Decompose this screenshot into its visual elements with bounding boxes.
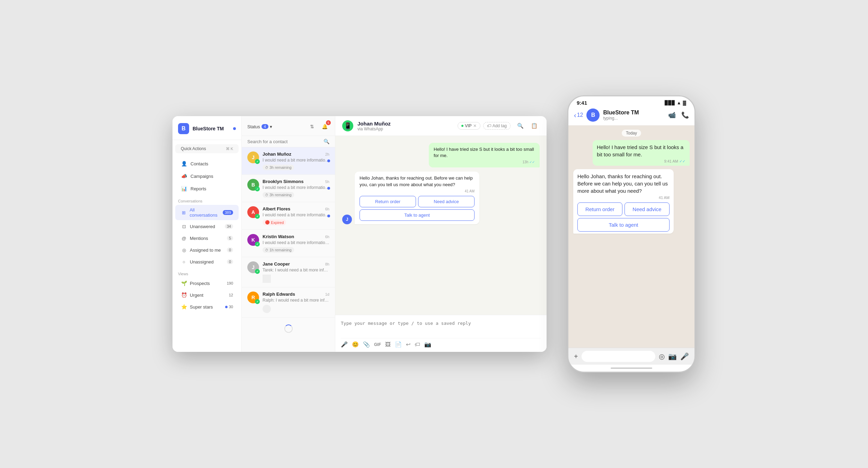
phone-return-order-button[interactable]: Return order	[577, 202, 622, 216]
conv-time-kristin: 6h	[325, 235, 329, 239]
conv-entry-johan[interactable]: J ✓ Johan Muñoz 2h I would need a bit mo…	[242, 147, 335, 175]
sidebar-item-assigned-to-me[interactable]: ◎ Assigned to me 0	[175, 244, 239, 255]
status-filter[interactable]: Status 4 ▾	[247, 124, 272, 129]
whatsapp-badge-albert: ✓	[255, 214, 260, 219]
phone-brand-name: BlueStore TM	[603, 110, 665, 116]
msg-time-out-1: 13h ✓✓	[434, 160, 535, 164]
chat-tags: VIP ✕ 🏷 Add tag	[458, 122, 511, 130]
camera-icon[interactable]: 📷	[424, 341, 431, 348]
sidebar-item-all-conversations[interactable]: ⊞ All conversations 389	[175, 205, 239, 220]
msg-time-in-1: 41 AM	[360, 189, 475, 193]
search-input[interactable]	[247, 139, 321, 144]
sidebar-item-prospects[interactable]: 🌱 Prospects 190	[175, 278, 239, 289]
gif-icon[interactable]: GIF	[374, 342, 381, 347]
unanswered-label: Unanswered	[190, 224, 215, 229]
sidebar-item-mentions[interactable]: @ Mentions 5	[175, 233, 239, 244]
phone-wrapper: 9:41 ▉▉▉ ▲ ▓ ‹ 12 B BlueStore TM typing.…	[567, 95, 696, 373]
phone-home-indicator	[611, 367, 652, 369]
image-icon[interactable]: 🖼	[385, 341, 391, 348]
conv-entry-ralph[interactable]: R ✓ Ralph Edwards 1d Ralph: I would need…	[242, 287, 335, 318]
phone-need-advice-button[interactable]: Need advice	[625, 202, 670, 216]
sidebar-item-unanswered[interactable]: ⊡ Unanswered 34	[175, 221, 239, 232]
brand-header: B BlueStore TM	[172, 123, 241, 140]
avatar-jane: J ✓	[247, 261, 259, 273]
phone-message-input[interactable]	[582, 351, 655, 362]
sidebar-item-unassigned[interactable]: ○ Unassigned 0	[175, 256, 239, 267]
phone-camera-icon[interactable]: 📷	[668, 352, 677, 361]
phone-call-icon[interactable]: 📞	[681, 111, 689, 119]
msg-text-out-1: Hello! I have tried size S but it looks …	[434, 146, 535, 159]
phone-date-label: Today	[622, 130, 641, 137]
conv-msg-jane: Tarek: I would need a bit more informati…	[263, 268, 329, 272]
chat-input-area: 🎤 😊 📎 GIF 🖼 📄 ↩ 🏷 📷	[335, 315, 547, 352]
vip-label: VIP	[465, 123, 471, 128]
sidebar-item-campaigns-label: Campaigns	[191, 174, 213, 179]
sidebar-item-reports-label: Reports	[191, 186, 206, 191]
chat-input-toolbar: 🎤 😊 📎 GIF 🖼 📄 ↩ 🏷 📷	[341, 338, 541, 348]
phone-microphone-icon[interactable]: 🎤	[680, 352, 689, 361]
attach-icon[interactable]: 📎	[363, 341, 370, 348]
phone-talk-to-agent-button[interactable]: Talk to agent	[577, 218, 670, 232]
search-chat-icon[interactable]: 🔍	[515, 120, 526, 131]
phone-back-button[interactable]: ‹ 12	[574, 111, 583, 119]
conv-time-albert: 6h	[325, 207, 329, 211]
return-order-button[interactable]: Return order	[360, 196, 416, 207]
super-stars-label: Super stars	[190, 304, 213, 310]
emoji-icon[interactable]: 😊	[352, 341, 359, 348]
sidebar-item-super-stars[interactable]: ⭐ Super stars 30	[175, 301, 239, 312]
conversation-list: Status 4 ▾ ⇅ 🔔 5 🔍	[242, 116, 335, 352]
sort-icon[interactable]: ⇅	[307, 122, 317, 131]
quick-actions-button[interactable]: Quick Actions ⌘ K	[175, 144, 239, 153]
signal-bars-icon: ▉▉▉	[665, 100, 675, 105]
sidebar-item-campaigns[interactable]: 📣 Campaigns	[175, 170, 239, 182]
vip-close-icon[interactable]: ✕	[473, 123, 477, 128]
add-tag-button[interactable]: 🏷 Add tag	[483, 122, 511, 130]
unassigned-badge: 0	[227, 259, 233, 264]
microphone-icon[interactable]: 🎤	[341, 341, 348, 348]
avatar-albert: A ✓	[247, 206, 259, 218]
phone-plus-icon[interactable]: +	[574, 353, 578, 361]
notes-icon[interactable]: 📋	[529, 120, 540, 131]
sidebar-item-contacts-label: Contacts	[191, 161, 208, 166]
urgent-badge: 12	[229, 293, 233, 297]
notification-bell[interactable]: 🔔 5	[320, 122, 329, 131]
urgent-label: Urgent	[190, 293, 203, 298]
sidebar-item-reports[interactable]: 📊 Reports	[175, 183, 239, 194]
conv-name-kristin: Kristin Watson	[263, 234, 294, 239]
reply-icon[interactable]: ↩	[406, 341, 410, 348]
label-icon[interactable]: 🏷	[415, 341, 420, 348]
vip-tag[interactable]: VIP ✕	[458, 122, 480, 130]
phone-sticker-icon[interactable]: ◎	[659, 352, 665, 361]
sidebar-item-urgent[interactable]: ⏰ Urgent 12	[175, 289, 239, 301]
conv-entry-jane[interactable]: J ✓ Jane Cooper 8h Tarek: I would need a…	[242, 257, 335, 287]
phone-chat-header: ‹ 12 B BlueStore TM typing... 📹 📞	[568, 106, 694, 125]
conv-time-brooklyn: 5h	[325, 180, 329, 184]
agent-avatar-ralph	[263, 305, 271, 313]
conv-name-brooklyn: Brooklyn Simmons	[263, 179, 303, 184]
phone-bubble-out-1: Hello! I have tried size S but it looks …	[593, 140, 690, 166]
reports-icon: 📊	[181, 185, 187, 192]
phone-video-icon[interactable]: 📹	[668, 111, 676, 119]
sidebar-item-contacts[interactable]: 👤 Contacts	[175, 158, 239, 170]
brand-status-dot	[233, 127, 236, 130]
conv-msg-brooklyn: I would need a bit more information if t…	[263, 185, 329, 190]
phone-messages: Today Hello! I have tried size S but it …	[568, 125, 694, 348]
conv-entry-brooklyn[interactable]: B ✓ Brooklyn Simmons 5h I would need a b…	[242, 175, 335, 202]
conv-entry-kristin[interactable]: K ✓ Kristin Watson 6h I would need a bit…	[242, 230, 335, 257]
timer-badge-kristin: ⏱ 1h remaining	[263, 247, 294, 253]
talk-to-agent-button[interactable]: Talk to agent	[360, 209, 475, 221]
phone-frame: 9:41 ▉▉▉ ▲ ▓ ‹ 12 B BlueStore TM typing.…	[567, 95, 696, 373]
whatsapp-badge-ralph: ✓	[255, 299, 260, 304]
document-icon[interactable]: 📄	[395, 341, 402, 348]
timer-icon-kristin: ⏱	[265, 248, 268, 252]
need-advice-button[interactable]: Need advice	[418, 196, 475, 207]
conv-list-action-buttons: ⇅ 🔔 5	[307, 122, 329, 131]
read-check-icon: ✓✓	[529, 160, 535, 164]
action-buttons: Return order Need advice Talk to agent	[360, 196, 475, 221]
phone-msg-time-in-1: 41 AM	[577, 196, 670, 200]
chat-input-field[interactable]	[341, 319, 541, 337]
conv-entry-albert[interactable]: A ✓ Albert Flores 6h I would need a bit …	[242, 202, 335, 230]
phone-status-bar: 9:41 ▉▉▉ ▲ ▓	[568, 96, 694, 106]
prospects-icon: 🌱	[181, 280, 187, 286]
conversation-entries: J ✓ Johan Muñoz 2h I would need a bit mo…	[242, 147, 335, 352]
